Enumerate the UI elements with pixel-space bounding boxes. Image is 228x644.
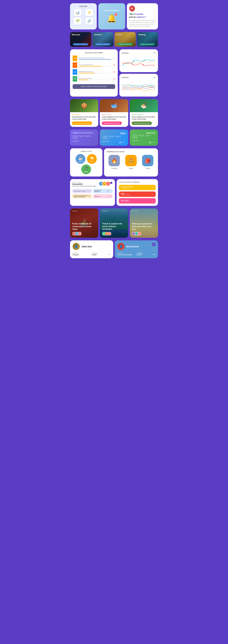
amex-number: 1234 5678 9012 1456 bbox=[73, 135, 96, 139]
active-top-tag: ACTIVE bbox=[132, 210, 138, 212]
schedule-name: Hannahhh bbox=[72, 183, 96, 185]
coffee-label: COFFEE bbox=[78, 161, 83, 162]
file-info-rar: I don't know what is this kind of extens… bbox=[78, 57, 111, 60]
surprise-camping[interactable]: 🔥 Camping bbox=[108, 155, 120, 169]
surprise-card: SURPRISE ME TODAY 🔥 Camping 🍔 Eating 🎒 H… bbox=[104, 148, 158, 176]
cities-row: Moscow DOWNLOAD ITINERARY Istanbul DOWNL… bbox=[70, 32, 158, 47]
choose-icon-3[interactable]: 🌱 bbox=[74, 18, 82, 24]
music-icon: 🎵 bbox=[84, 166, 88, 171]
rome-download-btn[interactable]: DOWNLOAD ITINERARY bbox=[118, 43, 133, 46]
surprise-hiking[interactable]: 🎒 Hiking bbox=[142, 155, 154, 169]
sched-item-meeting[interactable]: Meeting with the team! 9:00 AM bbox=[72, 189, 92, 193]
todo-shop[interactable]: 🛍 SHOP bbox=[87, 154, 97, 164]
stocks-dots-2[interactable]: ••• bbox=[153, 76, 156, 79]
city-moscow: Moscow DOWNLOAD ITINERARY bbox=[70, 32, 91, 47]
food-btn-desserts[interactable]: Looks yummy, want some bbox=[72, 122, 92, 125]
stocks-chart-2 bbox=[122, 80, 156, 94]
mastercard-name: John Doe bbox=[132, 140, 155, 141]
travel-lc-title: Travel & explore the world without hesit… bbox=[102, 222, 126, 231]
file-icon-psd: PSD bbox=[73, 69, 77, 75]
istanbul-name: Istanbul bbox=[94, 34, 102, 36]
coffee-icon: ☕ bbox=[78, 156, 83, 160]
upload-stocks-row: UPLOAD FILES HERE RAR I don't know what … bbox=[70, 49, 158, 96]
food-time: 8:00 PM bbox=[88, 195, 91, 197]
todo-coffee[interactable]: ☕ COFFEE bbox=[76, 154, 85, 164]
john-dots-icon[interactable]: ••• bbox=[108, 253, 110, 256]
shop-label: SHOP bbox=[90, 161, 94, 162]
eye-info: Eye Doctor 08/19 THURSDAY bbox=[121, 200, 130, 202]
file-row-mp3: MP3 this is dope music.mp3 ✕ bbox=[73, 76, 115, 82]
todo-title: THINGS TO DO bbox=[72, 150, 100, 152]
credit-card-row: AMERICAN EXPRESS 1234 5678 9012 1456 Joh… bbox=[70, 130, 158, 146]
todo-circles: ☕ COFFEE 🛍 SHOP 🎵 MUSIC bbox=[72, 154, 100, 174]
quote-subtext: So, the idea of travelling across the wo… bbox=[129, 20, 156, 27]
shop-icon: 🛍 bbox=[90, 156, 94, 160]
moscow-download-btn[interactable]: DOWNLOAD ITINERARY bbox=[73, 43, 88, 46]
moscow-name: Moscow bbox=[72, 34, 80, 36]
beijing-download-btn[interactable]: DOWNLOAD ITINERARY bbox=[140, 43, 155, 46]
file-name-rar: I don't know what is this kind of extens… bbox=[78, 57, 111, 58]
file-name-psd: finalfinalfinalversion.psd bbox=[78, 71, 111, 72]
john-header: 👤 John Doe bbox=[73, 243, 110, 250]
file-progress-bar-rar bbox=[78, 59, 111, 60]
sched-item-food[interactable]: You go, buy some food for Pepper, Paddin… bbox=[72, 194, 92, 198]
todo-music[interactable]: 🎵 MUSIC bbox=[81, 164, 91, 174]
city-istanbul: Istanbul DOWNLOAD ITINERARY bbox=[92, 32, 114, 47]
monica-position-col: Position Front-end developer bbox=[118, 252, 136, 256]
upload-card: UPLOAD FILES HERE RAR I don't know what … bbox=[70, 49, 118, 96]
schedule-subtitle: this is your schedule looks like today! bbox=[72, 185, 96, 187]
istanbul-download-btn[interactable]: DOWNLOAD ITINERARY bbox=[95, 43, 110, 46]
food-av-count: +8 bbox=[78, 232, 82, 236]
file-progress-psd bbox=[78, 73, 111, 73]
choose-title: CHOOSE bbox=[79, 6, 87, 7]
account-eyedoctor[interactable]: Eye Doctor 08/19 THURSDAY → bbox=[119, 198, 156, 204]
mastercard-brand: MasterCard bbox=[132, 132, 155, 134]
hiking-icon-box: 🎒 bbox=[142, 155, 154, 166]
food-category-breakfast: BREAKFAST bbox=[102, 114, 126, 115]
bell-wrapper: 🔔 4 bbox=[107, 14, 116, 23]
quote-mark: " bbox=[154, 23, 156, 28]
file-info-mp3: this is dope music.mp3 bbox=[78, 78, 111, 80]
call-time: 10:00 AM bbox=[107, 190, 112, 192]
choose-icon-1[interactable]: 📊 bbox=[74, 9, 82, 16]
account-card: YOUR ACCOUNT SUMMARY Starbucks Coffee 08… bbox=[116, 179, 158, 206]
svg-point-1 bbox=[144, 60, 145, 61]
file-status-psd: ✕ bbox=[113, 71, 115, 73]
file-status-mp3: ✕ bbox=[113, 78, 115, 80]
drag-drop-button[interactable]: DRAG & DROP YOUR FILES HERE bbox=[73, 84, 115, 89]
sched-item-call[interactable]: Call dad, it is important! 10:00 AM bbox=[93, 189, 113, 193]
amex-brand: AMERICAN EXPRESS bbox=[73, 132, 96, 134]
sched-item-focus[interactable]: Stay focus! All-day bbox=[93, 194, 113, 198]
account-hm[interactable]: H&M TODAY, TUESDAY → bbox=[119, 192, 156, 197]
account-starbucks[interactable]: Starbucks Coffee 08/18 TUESDAY → bbox=[119, 185, 156, 190]
city-rome: Rome DOWNLOAD ITINERARY bbox=[114, 32, 136, 47]
file-icon-mp3: MP3 bbox=[73, 76, 77, 82]
schedule-greeting: Good morning, bbox=[72, 182, 96, 183]
choose-icon-2[interactable]: ⚡ bbox=[85, 9, 93, 16]
food-btn-breakfast[interactable]: Looks yummy, want some bbox=[102, 122, 122, 125]
surprise-options: 🔥 Camping 🍔 Eating 🎒 Hiking bbox=[107, 155, 155, 169]
credit-card-amex: AMERICAN EXPRESS 1234 5678 9012 1456 Joh… bbox=[70, 130, 98, 146]
profile-row: 👤 John Doe Position Designer Company Ado… bbox=[70, 240, 158, 258]
monica-dots-icon[interactable]: ••• bbox=[152, 253, 155, 256]
eating-icon-box: 🍔 bbox=[125, 155, 137, 166]
food-btn-asian[interactable]: Looks yummy, want some bbox=[132, 122, 152, 125]
food-category-desserts: DESSERTS bbox=[72, 114, 96, 115]
stocks-dots-1[interactable]: ••• bbox=[153, 52, 156, 54]
choose-icon-4[interactable]: 🔗 bbox=[85, 18, 93, 24]
travel-av-count: +4 bbox=[108, 232, 111, 236]
hm-arrow-icon: → bbox=[152, 193, 154, 196]
surprise-eating[interactable]: 🍔 Eating bbox=[125, 155, 137, 169]
food-title-desserts: Crazy desserts! Are fun and melts in you… bbox=[72, 116, 96, 120]
food-img-breakfast: 🥣 bbox=[100, 99, 128, 112]
lifestyle-travel-card: TRAVEL Travel & explore the world withou… bbox=[100, 208, 128, 238]
food-lc-title: Food, makes us all connected in some way… bbox=[72, 222, 96, 231]
food-img-desserts: 🍪 bbox=[70, 99, 98, 112]
food-avatars: A B +8 bbox=[72, 232, 96, 236]
quote-avatar: SF bbox=[129, 6, 135, 12]
stocks-header-1: STOCKS ••• bbox=[122, 52, 156, 54]
hm-info: H&M TODAY, TUESDAY bbox=[121, 193, 130, 196]
notif-title: NOTIFICATIONS bbox=[104, 10, 119, 12]
mastercard-number: 1234 5678 9012 1456 bbox=[132, 135, 155, 138]
svg-point-3 bbox=[143, 64, 144, 66]
